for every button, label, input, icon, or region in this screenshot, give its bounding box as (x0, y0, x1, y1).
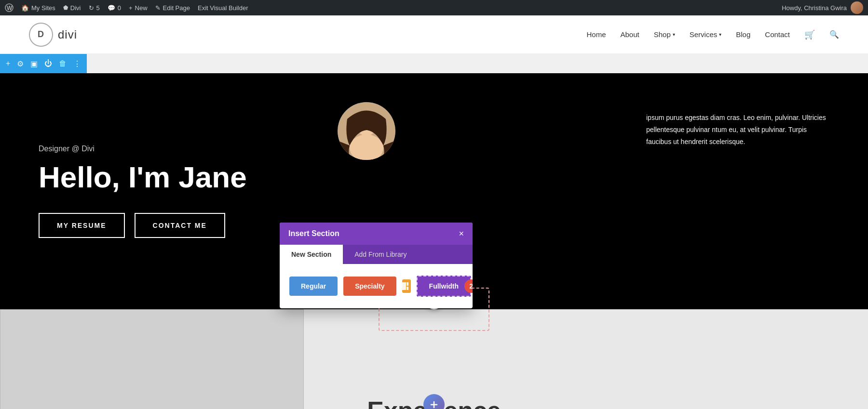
logo-circle: D (29, 23, 53, 47)
howdy-text: Howdy, Christina Gwira (782, 4, 847, 12)
nav-shop[interactable]: Shop ▾ (654, 30, 675, 39)
services-chevron-icon: ▾ (719, 32, 721, 37)
site-logo[interactable]: D divi (29, 23, 77, 47)
logo-name: divi (58, 28, 77, 41)
admin-bar: W 🏠 My Sites ⬟ Divi ↻ 5 💬 0 + New ✎ Edit… (0, 0, 868, 15)
nav-services-label: Services (690, 30, 718, 39)
avatar (338, 102, 395, 160)
wp-logo[interactable]: W (5, 3, 14, 12)
gray-section: 1 Experience (0, 309, 868, 409)
fullwidth-section-button[interactable]: Fullwidth (417, 276, 471, 297)
edit-page-label: Edit Page (163, 4, 190, 12)
exit-vb-label: Exit Visual Builder (198, 4, 248, 12)
add-module-icon[interactable]: + (6, 59, 10, 68)
nav-shop-label: Shop (654, 30, 671, 39)
hero-body-text: ipsum purus egestas diam cras. Leo enim,… (646, 112, 829, 148)
modal-header: Insert Section × (280, 223, 473, 245)
shop-chevron-icon: ▾ (673, 32, 675, 37)
new-label: New (135, 4, 148, 12)
comments-count: 0 (118, 4, 121, 12)
resume-button[interactable]: MY RESUME (39, 213, 125, 238)
comments-icon: 💬 (108, 4, 115, 12)
logo-letter: D (38, 29, 44, 40)
admin-user-info: Howdy, Christina Gwira (782, 1, 863, 14)
nav-blog[interactable]: Blog (736, 30, 750, 39)
divi-icon: ⬟ (63, 4, 68, 11)
new-menu[interactable]: + New (129, 4, 148, 12)
cart-icon[interactable]: 🛒 (804, 29, 815, 40)
contact-button[interactable]: CONTACT ME (135, 213, 225, 238)
hero-section: Designer @ Divi Hello, I'm Jane MY RESUM… (0, 73, 868, 309)
power-icon[interactable]: ⏻ (44, 59, 52, 68)
settings-icon[interactable]: ⚙ (17, 59, 24, 68)
vb-toolbar: + ⚙ ▣ ⏻ 🗑 ⋮ (0, 54, 87, 73)
hero-avatar-wrap (338, 102, 395, 160)
my-sites-label: My Sites (31, 4, 55, 12)
nav-home[interactable]: Home (586, 30, 606, 39)
pencil-icon: ✎ (155, 4, 161, 12)
svg-rect-6 (407, 282, 408, 286)
nav-services[interactable]: Services ▾ (690, 30, 722, 39)
exit-vb-menu[interactable]: Exit Visual Builder (198, 4, 248, 12)
more-options-icon[interactable]: ⋮ (73, 59, 81, 68)
specialty-section-button[interactable]: Specialty (343, 277, 396, 296)
edit-page-menu[interactable]: ✎ Edit Page (155, 4, 190, 12)
nav-about[interactable]: About (620, 30, 639, 39)
tab-add-from-library[interactable]: Add From Library (343, 245, 418, 264)
comments-menu[interactable]: 💬 0 (108, 4, 121, 12)
admin-avatar[interactable] (851, 1, 863, 14)
modal-body: Regular Specialty Fullwidth 2 (280, 264, 473, 308)
my-sites-icon: 🏠 (21, 4, 29, 12)
modal-close-button[interactable]: × (459, 229, 464, 238)
gray-left-box (0, 309, 304, 409)
insert-section-modal: Insert Section × New Section Add From Li… (280, 223, 473, 308)
divi-menu[interactable]: ⬟ Divi (63, 4, 81, 12)
updates-icon: ↻ (89, 4, 94, 12)
search-icon[interactable]: 🔍 (829, 30, 839, 39)
hero-title: Hello, I'm Jane (39, 161, 829, 194)
site-nav: Home About Shop ▾ Services ▾ Blog Contac… (586, 29, 839, 40)
my-sites-menu[interactable]: 🏠 My Sites (21, 4, 55, 12)
layout-icon[interactable]: ▣ (30, 59, 38, 68)
divi-label: Divi (70, 4, 81, 12)
trash-icon[interactable]: 🗑 (59, 59, 67, 68)
tab-new-section[interactable]: New Section (280, 245, 343, 264)
specialty-layout-icon (402, 279, 411, 293)
svg-rect-5 (402, 282, 406, 290)
modal-tabs: New Section Add From Library (280, 245, 473, 264)
modal-title: Insert Section (288, 229, 339, 238)
site-header: D divi Home About Shop ▾ Services ▾ Blog… (0, 15, 868, 54)
updates-count: 5 (96, 4, 100, 12)
svg-text:W: W (7, 5, 13, 12)
svg-rect-7 (407, 287, 408, 290)
updates-menu[interactable]: ↻ 5 (89, 4, 100, 12)
nav-contact[interactable]: Contact (765, 30, 790, 39)
regular-section-button[interactable]: Regular (289, 277, 338, 296)
plus-icon: + (129, 4, 133, 12)
